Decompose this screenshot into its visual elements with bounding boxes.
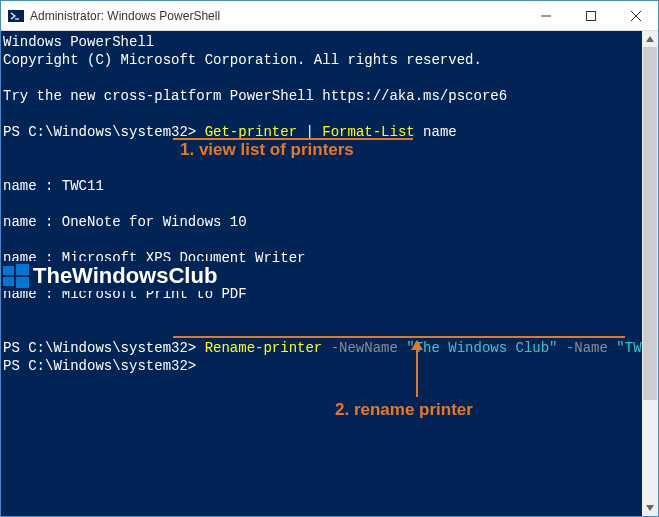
printer-entry: name : TWC11 xyxy=(3,177,658,195)
value: "The Windows Club" xyxy=(406,340,557,356)
maximize-button[interactable] xyxy=(568,1,613,30)
printer-entry: name : OneNote for Windows 10 xyxy=(3,213,658,231)
blank-line xyxy=(3,303,658,321)
command-line-2: PS C:\Windows\system32> Rename-printer -… xyxy=(3,339,658,357)
powershell-icon xyxy=(8,8,24,24)
logo-text: TheWindowsClub xyxy=(33,267,217,285)
svg-rect-7 xyxy=(16,264,29,275)
prompt: PS C:\Windows\system32> xyxy=(3,340,205,356)
cmdlet: Rename-printer xyxy=(205,340,323,356)
vertical-scrollbar[interactable] xyxy=(642,31,658,516)
prompt-line: PS C:\Windows\system32> xyxy=(3,357,658,375)
scroll-track[interactable] xyxy=(642,47,658,500)
header-line: Windows PowerShell xyxy=(3,33,658,51)
scroll-down-button[interactable] xyxy=(642,500,658,516)
close-button[interactable] xyxy=(613,1,658,30)
scroll-thumb[interactable] xyxy=(643,47,657,400)
scroll-up-button[interactable] xyxy=(642,31,658,47)
blank-line xyxy=(3,231,658,249)
param: -NewName xyxy=(322,340,406,356)
blank-line xyxy=(3,195,658,213)
blank-line xyxy=(3,105,658,123)
header-line: Copyright (C) Microsoft Corporation. All… xyxy=(3,51,658,69)
prompt: PS C:\Windows\system32> xyxy=(3,358,205,374)
window-title: Administrator: Windows PowerShell xyxy=(30,9,523,23)
powershell-window: Administrator: Windows PowerShell Window… xyxy=(0,0,659,517)
thewindowsclub-logo: TheWindowsClub xyxy=(3,261,217,291)
svg-rect-9 xyxy=(16,277,29,288)
annotation-label-1: 1. view list of printers xyxy=(180,141,354,159)
underline-annotation xyxy=(173,336,625,338)
svg-rect-6 xyxy=(3,266,14,275)
svg-rect-8 xyxy=(3,277,14,286)
arrow-line xyxy=(416,349,418,397)
param: -Name xyxy=(558,340,617,356)
svg-rect-3 xyxy=(586,11,595,20)
blank-line xyxy=(3,69,658,87)
minimize-button[interactable] xyxy=(523,1,568,30)
windows-logo-icon xyxy=(3,263,29,289)
titlebar[interactable]: Administrator: Windows PowerShell xyxy=(1,1,658,31)
blank-line xyxy=(3,159,658,177)
header-line: Try the new cross-platform PowerShell ht… xyxy=(3,87,658,105)
terminal-area[interactable]: Windows PowerShell Copyright (C) Microso… xyxy=(1,31,658,516)
window-controls xyxy=(523,1,658,30)
annotation-label-2: 2. rename printer xyxy=(335,401,473,419)
arg: name xyxy=(415,124,457,140)
